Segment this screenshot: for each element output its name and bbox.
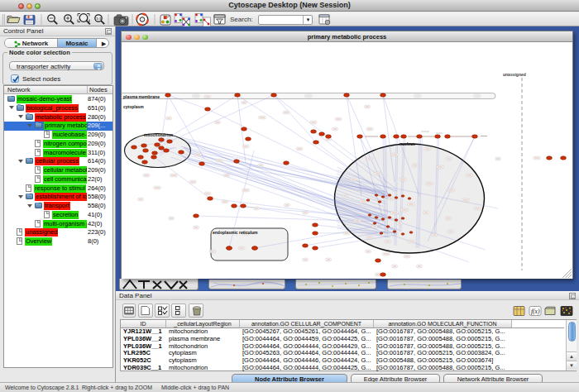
svg-text:cytoplasm: cytoplasm bbox=[123, 104, 144, 109]
svg-text:unassigned: unassigned bbox=[503, 72, 526, 77]
svg-text:f(x): f(x) bbox=[531, 308, 540, 315]
svg-text:mitochondrion: mitochondrion bbox=[144, 132, 173, 137]
svg-text:endoplasmic reticulum: endoplasmic reticulum bbox=[213, 230, 258, 235]
svg-text:plasma membrane: plasma membrane bbox=[123, 94, 160, 99]
svg-text:nucleus: nucleus bbox=[400, 141, 415, 146]
svg-text:1:1: 1:1 bbox=[96, 17, 102, 21]
